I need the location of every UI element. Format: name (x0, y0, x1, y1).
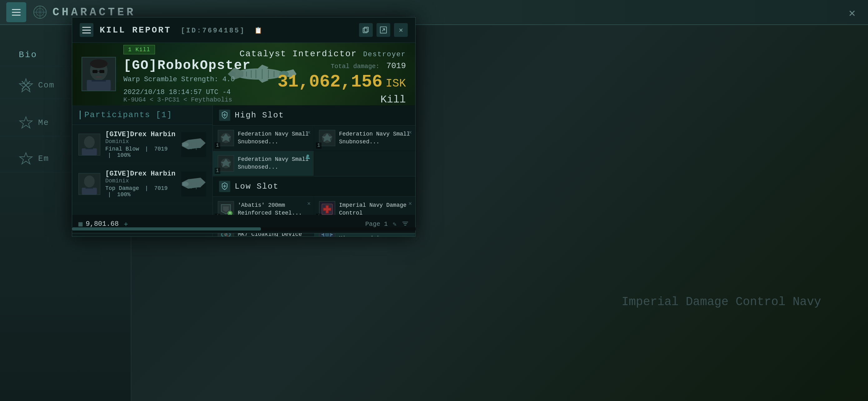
eq-qty-3: 1 (215, 168, 220, 174)
kill-outcome-label: Kill (240, 94, 406, 105)
imperial-damage-text: Imperial Damage Control Navy (621, 294, 821, 310)
participant-info-1: [GIVE]Drex Harbin Dominix Final Blow | 7… (105, 131, 178, 158)
page-indicator: Page 1 (365, 221, 388, 228)
damage-control-icon (320, 202, 334, 216)
svg-point-35 (229, 71, 236, 76)
modal-title: KILL REPORT [ID:7694185] 📋 (100, 25, 359, 35)
modal-titlebar: KILL REPORT [ID:7694185] 📋 ✕ (72, 18, 415, 43)
modal-close-button[interactable]: ✕ (394, 23, 408, 37)
eq-name-1: Federation Navy Small Snubnosed... (238, 130, 309, 146)
total-damage-value: 7019 (386, 61, 406, 71)
modal-scrollbar[interactable] (72, 227, 415, 231)
hamburger-icon (12, 9, 21, 15)
high-slot-item-3: 1 Federation Navy Small Snubnosed... (213, 151, 314, 176)
participant-damage-1: Final Blow | 7019 | 100% (105, 146, 178, 158)
svg-line-14 (382, 29, 384, 31)
svg-rect-19 (92, 80, 106, 81)
low-eq-close-2[interactable]: ✕ (408, 200, 412, 207)
ship-class-name: Catalyst Interdictor (240, 49, 357, 59)
high-slot-header: High Slot (213, 105, 415, 126)
low-slot-icon (219, 181, 230, 192)
me-tab[interactable]: Me (38, 118, 49, 127)
participant-item: [GIVE]Drex Harbin Dominix Final Blow | 7… (72, 125, 213, 164)
eq-qty-1: 1 (215, 142, 220, 149)
modal-hamburger-icon (82, 27, 91, 33)
close-icon: ✕ (399, 26, 403, 34)
participant-damage-2: Top Damage | 7019 | 100% (105, 185, 178, 198)
svg-point-42 (183, 142, 189, 147)
eq-weapon-icon-2 (320, 131, 334, 145)
svg-rect-50 (86, 188, 93, 189)
participants-title: Participants [1] (84, 110, 173, 120)
eq-icon-3 (218, 155, 234, 171)
svg-point-38 (84, 136, 95, 148)
copy-button[interactable] (359, 23, 373, 37)
high-slot-title: High Slot (235, 110, 284, 120)
high-slot-item-2: 1 Federation Navy Small Snubnosed... ✕ (314, 126, 415, 151)
eq-close-2[interactable]: ✕ (408, 129, 412, 136)
high-slot-item-1: 1 Federation Navy Small Snubnosed... ✕ (213, 126, 314, 151)
participant-name-2: [GIVE]Drex Harbin (105, 170, 178, 178)
low-eq-close-1[interactable]: ✕ (307, 200, 311, 207)
participants-header: Participants [1] (72, 105, 213, 125)
victim-banner: 1 Kill [GO]RobokOpster Warp Scramble Str… (72, 43, 415, 105)
eq-icon-1 (218, 130, 234, 146)
isk-label: ISK (385, 77, 406, 90)
copy-icon (362, 26, 370, 34)
export-icon (380, 26, 387, 34)
modal-scrollbar-thumb[interactable] (72, 227, 261, 231)
participant-face-2 (79, 173, 100, 195)
victim-face (82, 58, 115, 91)
edit-icon[interactable]: ✎ (393, 220, 397, 228)
high-slot-section: High Slot 1 Federation Navy S (213, 105, 415, 176)
low-slot-header: Low Slot (213, 176, 415, 197)
low-slot-title: Low Slot (235, 182, 279, 191)
participant-ship-1: Dominix (105, 138, 178, 144)
weapon-shape-2 (182, 176, 206, 192)
svg-rect-39 (82, 148, 97, 155)
victim-avatar (82, 57, 116, 91)
participant-face-1 (79, 134, 100, 155)
bio-tab[interactable]: Bio (19, 50, 37, 60)
kill-report-modal: KILL REPORT [ID:7694185] 📋 ✕ (72, 17, 415, 237)
main-close-button[interactable]: ✕ (849, 6, 856, 20)
filter-icon[interactable] (402, 220, 409, 228)
main-menu-button[interactable] (6, 2, 26, 22)
svg-point-52 (183, 182, 189, 186)
em-tab[interactable]: Em (38, 154, 49, 163)
participant-avatar-1 (79, 134, 100, 156)
eq-close-1[interactable]: ✕ (307, 129, 311, 136)
eq-icon-2 (319, 130, 335, 146)
svg-rect-21 (99, 70, 104, 73)
modal-menu-button[interactable] (80, 23, 93, 37)
bottom-value: 9,801.68 (86, 220, 119, 228)
high-slot-icon (219, 110, 230, 121)
participant-item-2: [GIVE]Drex Harbin Dominix Top Damage | 7… (72, 164, 213, 204)
participant-avatar-2 (79, 173, 100, 195)
participant-ship-2: Dominix (105, 178, 178, 184)
svg-rect-77 (324, 208, 331, 210)
svg-rect-20 (92, 70, 97, 73)
svg-rect-49 (82, 188, 97, 195)
export-button[interactable] (376, 23, 390, 37)
svg-point-68 (307, 155, 309, 157)
modal-bottom-bar: ▦ 9,801.68 ＋ Page 1 ✎ (72, 215, 415, 233)
cross-icon (19, 78, 33, 93)
page-title: CHARACTER (53, 6, 135, 19)
participant-weapon-2 (181, 171, 206, 196)
combat-tab[interactable]: Com (38, 80, 55, 90)
ship-class-type: Destroyer (363, 51, 406, 58)
svg-rect-40 (86, 148, 93, 149)
participant-name-1: [GIVE]Drex Harbin (105, 131, 178, 138)
ship-stats: Catalyst Interdictor Destroyer Total dam… (240, 49, 406, 105)
section-bar (80, 110, 81, 119)
eq-weapon-icon-3 (219, 156, 233, 170)
star-icon-2 (19, 152, 33, 166)
svg-point-17 (90, 59, 107, 68)
isk-value: 31,062,156 (277, 73, 382, 91)
eq-name-2: Federation Navy Small Snubnosed... (339, 130, 410, 146)
character-logo (32, 5, 48, 20)
clipboard-icon: 📋 (254, 27, 264, 34)
person-icon (305, 154, 311, 160)
total-damage-label: Total damage: 7019 (240, 61, 406, 71)
